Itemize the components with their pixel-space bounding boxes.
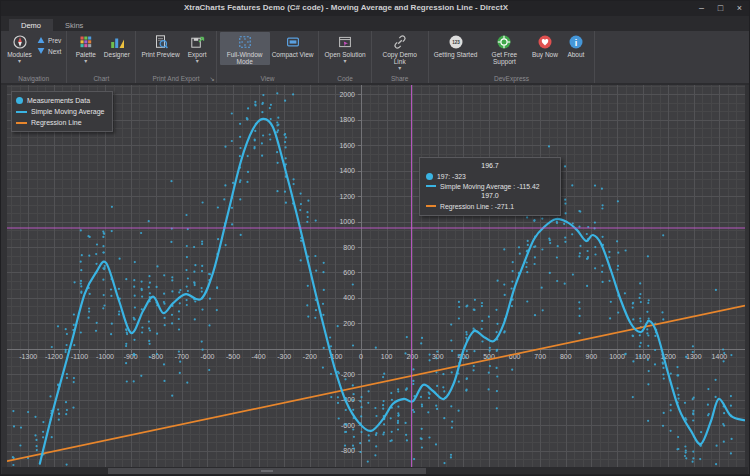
dialog-launcher-icon[interactable]: ↘ — [210, 75, 215, 83]
scatter-point — [594, 185, 596, 187]
ribbon-button-export[interactable]: Export▾ — [182, 32, 213, 64]
scatter-point — [594, 246, 596, 248]
ribbon-button-full-window-mode[interactable]: Full-Window Mode — [220, 32, 270, 65]
ribbon-button-buy-now[interactable]: Buy Now — [529, 32, 560, 58]
dropdown-arrow-icon: ▾ — [344, 58, 347, 64]
scatter-point — [51, 436, 53, 438]
ribbon-button-prev[interactable]: Prev — [37, 36, 61, 44]
scatter-point — [110, 333, 112, 335]
ribbon-button-label: Getting Started — [434, 51, 478, 58]
scatter-point — [73, 381, 75, 383]
scatter-point — [525, 266, 527, 268]
y-axis-tick-label: 200 — [343, 320, 355, 327]
scatter-point — [330, 345, 332, 347]
ribbon-button-copy-demo-link[interactable]: Copy Demo Link▾ — [375, 32, 425, 71]
scatter-point — [262, 134, 264, 136]
dropdown-arrow-icon: ▾ — [398, 65, 401, 71]
scatter-point — [80, 229, 82, 231]
scatter-point — [254, 138, 256, 140]
chart-plot[interactable]: -1300-1200-1100-1000-900-800-700-600-500… — [7, 85, 745, 467]
scatter-point — [103, 304, 105, 306]
scatter-point — [224, 146, 226, 148]
scatter-point — [489, 365, 491, 367]
scatter-point — [375, 347, 377, 349]
scatter-point — [406, 439, 408, 441]
scatter-point — [35, 439, 37, 441]
ribbon-button-about[interactable]: iAbout — [560, 32, 591, 58]
scatter-point — [208, 273, 210, 275]
scatter-point — [608, 251, 610, 253]
tooltip-marker-circle — [426, 173, 433, 180]
scatter-point — [368, 390, 370, 392]
scatter-point — [450, 405, 452, 407]
scatter-point — [465, 331, 467, 333]
ribbon-button-palette[interactable]: Palette▾ — [70, 32, 101, 64]
scatter-point — [639, 282, 641, 284]
tooltip-series-row: Regression Line : -271.1 — [426, 201, 554, 211]
x-axis-tick-label: -700 — [175, 353, 189, 360]
scatter-point — [239, 155, 241, 157]
scatter-point — [224, 184, 226, 186]
y-axis-tick-label: 1800 — [339, 116, 355, 123]
tab-skins[interactable]: Skins — [53, 19, 95, 31]
scatter-point — [383, 423, 385, 425]
x-axis-tick-label: -500 — [226, 353, 240, 360]
ribbon-button-open-solution[interactable]: Open Solution▾ — [322, 32, 367, 64]
minimize-button[interactable]: – — [692, 1, 711, 16]
scatter-point — [66, 373, 68, 375]
scatter-point — [601, 188, 603, 190]
scatter-point — [639, 297, 641, 299]
tooltip-value-text: 197: -323 — [437, 173, 466, 180]
scatter-point — [442, 386, 444, 388]
scatter-point — [102, 279, 104, 281]
ribbon-button-next[interactable]: Next — [37, 47, 61, 55]
scatter-point — [352, 428, 354, 430]
ribbon-small-button-stack: PrevNext — [35, 32, 63, 59]
scatter-point — [730, 395, 732, 397]
scatter-point — [254, 101, 256, 103]
scatter-point — [352, 409, 354, 411]
scatter-point — [412, 368, 414, 370]
scatter-point — [66, 333, 68, 335]
ribbon-button-print-preview[interactable]: Print Preview — [139, 32, 181, 58]
scatter-point — [20, 427, 22, 429]
ribbon-button-getting-started[interactable]: 123Getting Started — [432, 32, 480, 58]
ribbon-group-caption: Share — [372, 75, 428, 82]
scatter-point — [285, 202, 287, 204]
scatter-point — [149, 356, 151, 358]
scatter-point — [330, 373, 332, 375]
scatter-point — [344, 431, 346, 433]
scatter-point — [451, 427, 453, 429]
scatter-point — [284, 141, 286, 143]
scatter-point — [125, 343, 127, 345]
maximize-button[interactable]: □ — [711, 1, 730, 16]
scatter-point — [299, 209, 301, 211]
ribbon-button-get-free-support[interactable]: Get Free Support — [479, 32, 529, 65]
close-button[interactable]: × — [730, 1, 749, 16]
scatter-point — [578, 301, 580, 303]
scatter-point — [646, 311, 648, 313]
scatter-point — [647, 383, 649, 385]
scatter-point — [89, 293, 91, 295]
ribbon-button-compact-view[interactable]: Compact View — [270, 32, 316, 58]
scatter-point — [578, 255, 580, 257]
scatter-point — [344, 378, 346, 380]
compact-view-icon — [285, 34, 301, 50]
scatter-point — [654, 335, 656, 337]
scatter-point — [685, 452, 687, 454]
scatter-point — [330, 396, 332, 398]
scatter-point — [466, 333, 468, 335]
scatter-point — [692, 457, 694, 459]
scatter-point — [73, 313, 75, 315]
scatter-point — [646, 328, 648, 330]
scatter-point — [306, 304, 308, 306]
scatter-point — [436, 385, 438, 387]
scatter-point — [102, 307, 104, 309]
scatter-point — [194, 284, 196, 286]
tab-demo[interactable]: Demo — [9, 19, 53, 31]
ribbon-button-modules[interactable]: Modules▾ — [4, 32, 35, 64]
ribbon-button-designer[interactable]: Designer — [101, 32, 132, 58]
scatter-point — [322, 367, 324, 369]
scatter-point — [95, 263, 97, 265]
scatter-point — [179, 372, 181, 374]
